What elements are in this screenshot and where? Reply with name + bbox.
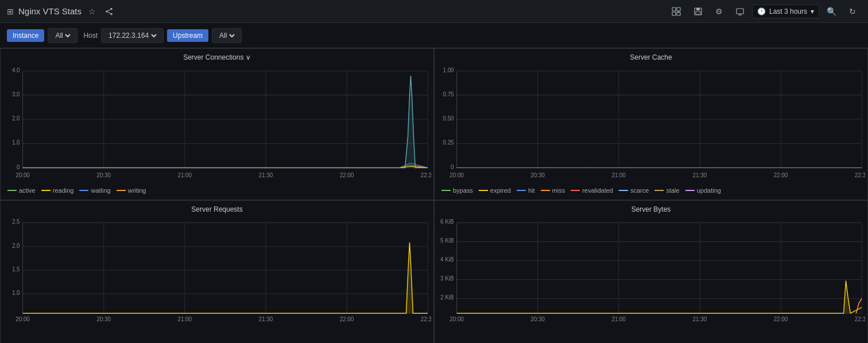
top-bar-left: ⊞ Nginx VTS Stats ☆: [7, 5, 115, 18]
miss-legend-line: [541, 190, 550, 191]
time-range-selector[interactable]: 🕐 Last 3 hours ▾: [752, 5, 819, 18]
server-requests-title: Server Requests: [3, 205, 431, 213]
svg-text:3 KiB: 3 KiB: [440, 275, 454, 282]
chevron-down-icon: ▾: [811, 7, 814, 15]
server-requests-svg: 2.5 2.0 1.5 1.0 20:00 20:30: [3, 216, 431, 328]
filter-bar: Instance All Host 172.22.3.164 Upstream …: [0, 23, 868, 48]
app-title: Nginx VTS Stats: [18, 6, 82, 16]
svg-point-2: [110, 13, 113, 15]
active-legend-label: active: [19, 187, 36, 194]
svg-text:1.00: 1.00: [443, 67, 454, 73]
svg-text:20:30: 20:30: [96, 315, 111, 322]
server-bytes-svg: 6 KiB 5 KiB 4 KiB 3 KiB 2 KiB: [437, 216, 865, 328]
svg-text:22:30: 22:30: [421, 172, 431, 178]
svg-text:4 KiB: 4 KiB: [440, 256, 454, 263]
legend-writing: writing: [117, 187, 146, 194]
svg-text:21:30: 21:30: [693, 172, 707, 178]
legend-reading: reading: [41, 187, 74, 194]
save-button[interactable]: [688, 3, 708, 20]
instance-label: Instance: [7, 29, 44, 42]
host-dropdown[interactable]: 172.22.3.164: [106, 31, 158, 40]
svg-text:22:00: 22:00: [774, 315, 788, 322]
svg-text:22:00: 22:00: [774, 172, 788, 178]
svg-text:0: 0: [17, 163, 20, 170]
stale-legend-line: [654, 190, 664, 191]
svg-text:22:00: 22:00: [340, 315, 354, 322]
server-connections-svg: 4.0 3.0 2.0 1.0 0 20:00: [3, 64, 431, 185]
server-connections-legend: active reading waiting writing: [3, 185, 431, 196]
svg-point-1: [106, 10, 108, 13]
hit-legend-line: [517, 190, 526, 191]
grid-icon: ⊞: [7, 7, 14, 16]
svg-marker-39: [405, 76, 416, 167]
server-connections-title: Server Connections ∨: [3, 53, 431, 61]
svg-text:20:00: 20:00: [450, 315, 464, 322]
svg-text:21:30: 21:30: [259, 315, 273, 322]
settings-button[interactable]: ⚙: [710, 3, 728, 20]
server-bytes-chart-area: 6 KiB 5 KiB 4 KiB 3 KiB 2 KiB: [437, 216, 865, 328]
server-cache-title: Server Cache: [437, 53, 865, 61]
reading-legend-label: reading: [53, 187, 74, 194]
server-bytes-panel: Server Bytes 6 KiB 5 KiB 4 KiB 3 KiB 2 K…: [434, 200, 868, 343]
star-button[interactable]: ☆: [86, 5, 98, 18]
instance-select[interactable]: All: [48, 28, 78, 43]
server-cache-panel: Server Cache 1.00 0.75 0.50 0.25 0: [434, 48, 868, 200]
svg-text:0: 0: [451, 163, 454, 170]
svg-text:5 KiB: 5 KiB: [440, 237, 454, 244]
host-label: Host: [83, 32, 98, 40]
instance-dropdown[interactable]: All: [53, 31, 72, 40]
legend-stale: stale: [654, 187, 679, 194]
server-requests-chart-area: 2.5 2.0 1.5 1.0 20:00 20:30: [3, 216, 431, 328]
server-connections-chart-area: 4.0 3.0 2.0 1.0 0 20:00: [3, 64, 431, 185]
bypass-legend-line: [441, 190, 451, 191]
svg-text:21:00: 21:00: [611, 315, 626, 322]
scarce-legend-line: [619, 190, 628, 191]
tv-button[interactable]: [730, 3, 750, 20]
miss-legend-label: miss: [552, 187, 565, 194]
charts-grid: Server Connections ∨ 4.0 3.0 2.0 1.0 0: [0, 48, 868, 343]
waiting-legend-line: [79, 190, 88, 191]
stale-legend-label: stale: [666, 187, 679, 194]
waiting-legend-label: waiting: [91, 187, 110, 194]
legend-expired: expired: [479, 187, 511, 194]
legend-scarce: scarce: [619, 187, 649, 194]
bypass-legend-label: bypass: [453, 187, 473, 194]
svg-text:6 KiB: 6 KiB: [440, 219, 454, 225]
svg-text:1.0: 1.0: [12, 139, 20, 146]
upstream-dropdown[interactable]: All: [217, 31, 237, 40]
upstream-select[interactable]: All: [212, 28, 242, 43]
svg-text:1.5: 1.5: [12, 266, 20, 272]
expired-legend-label: expired: [490, 187, 511, 194]
svg-line-3: [108, 9, 111, 11]
svg-text:0.50: 0.50: [443, 115, 454, 122]
svg-text:22:30: 22:30: [855, 172, 865, 178]
svg-text:22:00: 22:00: [340, 172, 354, 178]
refresh-button[interactable]: ↻: [844, 3, 861, 20]
svg-text:20:30: 20:30: [530, 315, 545, 322]
legend-bypass: bypass: [441, 187, 473, 194]
add-panel-button[interactable]: [666, 3, 686, 20]
share-button[interactable]: [103, 5, 115, 18]
clock-icon: 🕐: [757, 7, 766, 15]
time-range-label: Last 3 hours: [769, 7, 807, 15]
hit-legend-label: hit: [528, 187, 535, 194]
updating-legend-label: updating: [697, 187, 721, 194]
svg-text:22:30: 22:30: [421, 315, 431, 322]
svg-text:2.0: 2.0: [12, 115, 20, 122]
zoom-out-button[interactable]: 🔍: [822, 3, 842, 20]
svg-rect-5: [672, 7, 676, 11]
scarce-legend-label: scarce: [630, 187, 649, 194]
writing-legend-label: writing: [128, 187, 146, 194]
svg-rect-13: [696, 11, 700, 14]
svg-point-0: [110, 7, 113, 10]
svg-text:2.5: 2.5: [12, 219, 20, 225]
host-select[interactable]: 172.22.3.164: [101, 28, 164, 43]
svg-text:20:30: 20:30: [530, 172, 545, 178]
writing-legend-line: [117, 190, 126, 191]
active-legend-line: [7, 190, 17, 191]
legend-revalidated: revalidated: [571, 187, 613, 194]
legend-waiting: waiting: [79, 187, 110, 194]
svg-text:22:30: 22:30: [855, 315, 865, 322]
svg-text:21:30: 21:30: [693, 315, 707, 322]
svg-text:2 KiB: 2 KiB: [440, 294, 454, 301]
